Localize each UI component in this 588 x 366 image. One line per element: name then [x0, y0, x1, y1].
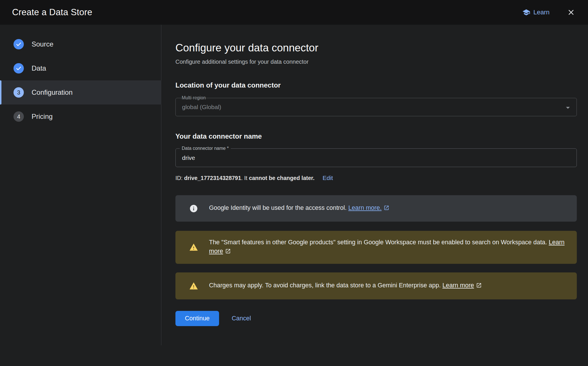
info-banner-text: Google Identity will be used for the acc…: [209, 204, 389, 213]
page-heading: Configure your data connector: [175, 42, 588, 54]
continue-button[interactable]: Continue: [175, 311, 219, 326]
warning-icon: [189, 243, 198, 252]
page-subheading: Configure additional settings for your d…: [175, 59, 588, 65]
step-label: Data: [32, 64, 46, 72]
charges-learn-more-link[interactable]: Learn more: [442, 282, 474, 289]
workspace-warning-banner: The "Smart features in other Google prod…: [175, 231, 577, 264]
workspace-warning-text: The "Smart features in other Google prod…: [209, 238, 565, 257]
name-section-heading: Your data connector name: [175, 132, 588, 140]
dialog-header: Create a Data Store Learn: [0, 0, 588, 25]
dropdown-arrow-icon: [563, 103, 572, 112]
edit-id-link[interactable]: Edit: [323, 175, 333, 181]
active-step-accent: [0, 80, 1, 104]
identity-info-banner: Google Identity will be used for the acc…: [175, 195, 577, 222]
step-item-source[interactable]: Source: [0, 32, 161, 56]
step-item-data[interactable]: Data: [0, 56, 161, 80]
check-icon: [16, 41, 22, 47]
connector-id-value: drive_1772314328791: [184, 175, 241, 181]
step-item-pricing[interactable]: 4 Pricing: [0, 104, 161, 129]
region-select-value: global (Global): [182, 104, 221, 111]
step-number-circle: 4: [13, 111, 24, 122]
check-icon: [16, 65, 22, 71]
cancel-button[interactable]: Cancel: [232, 315, 251, 322]
configuration-panel: Configure your data connector Configure …: [161, 25, 588, 366]
warning-icon: [189, 282, 198, 291]
stepper-sidebar: Source Data 3 Configuration 4 Pricing: [0, 25, 161, 366]
multi-region-field: Multi-region global (Global): [175, 98, 577, 116]
connector-name-field: Data connector name *: [175, 148, 577, 167]
header-actions: Learn: [522, 8, 575, 17]
info-icon: [189, 204, 198, 213]
close-icon: [567, 8, 575, 17]
step-complete-circle: [13, 63, 24, 73]
connector-name-input[interactable]: [175, 148, 577, 167]
charges-warning-text: Charges may apply. To avoid charges, lin…: [209, 281, 482, 291]
step-label: Source: [32, 40, 53, 48]
charges-warning-banner: Charges may apply. To avoid charges, lin…: [175, 272, 577, 299]
dialog-title: Create a Data Store: [12, 7, 92, 18]
info-learn-more-link[interactable]: Learn more.: [348, 204, 382, 211]
region-select: global (Global): [175, 98, 577, 116]
external-link-icon: [384, 204, 389, 213]
external-link-icon: [225, 248, 231, 257]
close-button[interactable]: [567, 8, 575, 17]
learn-label: Learn: [533, 9, 550, 16]
connector-name-label: Data connector name *: [180, 146, 231, 151]
create-data-store-dialog: Create a Data Store Learn: [0, 0, 588, 366]
step-item-configuration[interactable]: 3 Configuration: [0, 80, 161, 104]
connector-id-helper: ID: drive_1772314328791. It cannot be ch…: [175, 175, 588, 181]
step-number-circle: 3: [13, 87, 24, 98]
form-actions: Continue Cancel: [175, 311, 588, 326]
step-complete-circle: [13, 39, 24, 49]
learn-button[interactable]: Learn: [522, 8, 550, 16]
graduation-cap-icon: [522, 8, 530, 16]
step-label: Pricing: [32, 113, 53, 121]
helper-text: ID: drive_1772314328791. It cannot be ch…: [175, 175, 315, 181]
step-label: Configuration: [32, 88, 73, 96]
location-section-heading: Location of your data connector: [175, 81, 588, 89]
dialog-body: Source Data 3 Configuration 4 Pricing: [0, 25, 588, 366]
external-link-icon: [476, 282, 482, 291]
